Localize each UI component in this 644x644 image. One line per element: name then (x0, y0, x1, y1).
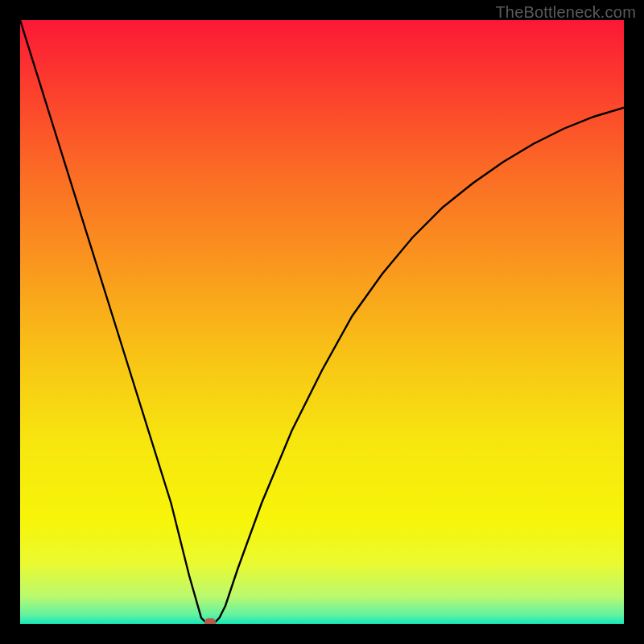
bottleneck-chart (20, 20, 624, 624)
gradient-background (20, 20, 624, 624)
watermark-text: TheBottleneck.com (495, 3, 636, 22)
plot-area (20, 20, 624, 624)
optimum-marker (204, 618, 216, 624)
chart-frame: TheBottleneck.com (0, 0, 644, 644)
